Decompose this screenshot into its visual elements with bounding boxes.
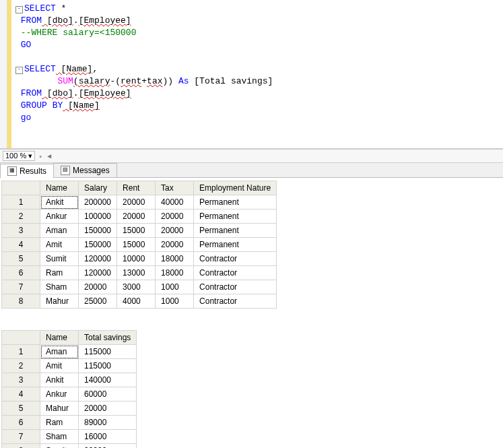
row-number[interactable]: 2	[2, 210, 40, 224]
cell[interactable]: 1000	[156, 294, 194, 309]
row-number[interactable]: 6	[2, 416, 40, 430]
sql-code[interactable]: -SELECT * FROM [dbo].[Employee] --WHERE …	[11, 0, 277, 148]
cell[interactable]: 115000	[79, 359, 137, 373]
tab-messages[interactable]: ▤ Messages	[53, 163, 117, 177]
cell[interactable]: 40000	[156, 195, 194, 210]
col-name[interactable]: Name	[40, 181, 79, 195]
cell[interactable]: 200000	[79, 195, 117, 210]
cell[interactable]: 115000	[79, 345, 137, 359]
cell[interactable]: 15000	[117, 238, 156, 252]
cell[interactable]: Ankit	[40, 373, 79, 387]
col-salary[interactable]: Salary	[79, 181, 117, 195]
tab-results[interactable]: ▦ Results	[0, 164, 54, 178]
cell[interactable]: 140000	[79, 373, 137, 387]
cell[interactable]: Contractor	[194, 280, 277, 294]
table-row[interactable]: 1Ankit2000002000040000Permanent	[2, 195, 277, 210]
cell[interactable]: 18000	[156, 252, 194, 266]
col-tax[interactable]: Tax	[156, 181, 194, 195]
col-employment-nature[interactable]: Employment Nature	[194, 181, 277, 195]
cell[interactable]: 20000	[79, 280, 117, 294]
cell[interactable]: Ankur	[40, 210, 79, 224]
cell[interactable]: Ankur	[40, 387, 79, 402]
row-number[interactable]: 8	[2, 294, 40, 309]
cell[interactable]: Permanent	[194, 238, 277, 252]
row-number[interactable]: 4	[2, 387, 40, 402]
table-row[interactable]: 7Sham16000	[2, 430, 137, 444]
cell[interactable]: Contractor	[194, 252, 277, 266]
cell[interactable]: 150000	[79, 238, 117, 252]
cell[interactable]: Amit	[40, 359, 79, 373]
collapse-icon[interactable]: -	[15, 6, 23, 13]
table-row[interactable]: 4Ankur60000	[2, 387, 137, 402]
table-row[interactable]: 8Mahur2500040001000Contractor	[2, 294, 277, 309]
table-row[interactable]: 1Aman115000	[2, 345, 137, 359]
table-row[interactable]: 5Sumit1200001000018000Contractor	[2, 252, 277, 266]
collapse-icon[interactable]: -	[15, 67, 23, 74]
row-number[interactable]: 3	[2, 373, 40, 387]
col-total-savings[interactable]: Total savings	[79, 331, 137, 345]
row-number[interactable]: 1	[2, 345, 40, 359]
cell[interactable]: Ram	[40, 266, 79, 280]
cell[interactable]: Permanent	[194, 210, 277, 224]
cell[interactable]: 25000	[79, 294, 117, 309]
row-number[interactable]: 7	[2, 430, 40, 444]
row-number[interactable]: 7	[2, 280, 40, 294]
sql-editor-pane[interactable]: -SELECT * FROM [dbo].[Employee] --WHERE …	[0, 0, 503, 149]
cell[interactable]: 4000	[117, 294, 156, 309]
cell[interactable]: 20000	[117, 210, 156, 224]
row-number[interactable]: 3	[2, 224, 40, 238]
cell[interactable]: 20000	[117, 195, 156, 210]
cell[interactable]: Sumit	[40, 252, 79, 266]
table-row[interactable]: 6Ram89000	[2, 416, 137, 430]
cell[interactable]: Aman	[40, 345, 79, 359]
cell[interactable]: 120000	[79, 252, 117, 266]
row-number[interactable]: 4	[2, 238, 40, 252]
cell[interactable]: 20000	[79, 402, 137, 416]
col-rownum[interactable]	[2, 331, 40, 345]
cell[interactable]: 89000	[79, 416, 137, 430]
cell[interactable]: Sumit	[40, 444, 79, 449]
table-row[interactable]: 5Mahur20000	[2, 402, 137, 416]
table-row[interactable]: 3Aman1500001500020000Permanent	[2, 224, 277, 238]
row-number[interactable]: 8	[2, 444, 40, 449]
cell[interactable]: Aman	[40, 224, 79, 238]
cell[interactable]: Mahur	[40, 294, 79, 309]
cell[interactable]: 1000	[156, 280, 194, 294]
row-number[interactable]: 1	[2, 195, 40, 210]
cell[interactable]: 100000	[79, 210, 117, 224]
row-number[interactable]: 5	[2, 252, 40, 266]
table-row[interactable]: 7Sham2000030001000Contractor	[2, 280, 277, 294]
cell[interactable]: 150000	[79, 224, 117, 238]
cell[interactable]: Sham	[40, 280, 79, 294]
cell[interactable]: Permanent	[194, 224, 277, 238]
cell[interactable]: 20000	[156, 210, 194, 224]
table-row[interactable]: 2Ankur1000002000020000Permanent	[2, 210, 277, 224]
cell[interactable]: 10000	[117, 252, 156, 266]
cell[interactable]: 18000	[156, 266, 194, 280]
cell[interactable]: Contractor	[194, 266, 277, 280]
row-number[interactable]: 5	[2, 402, 40, 416]
cell[interactable]: 3000	[117, 280, 156, 294]
table-row[interactable]: 4Amit1500001500020000Permanent	[2, 238, 277, 252]
cell[interactable]: Ram	[40, 416, 79, 430]
cell[interactable]: Ankit	[40, 195, 79, 210]
row-number[interactable]: 2	[2, 359, 40, 373]
col-rent[interactable]: Rent	[117, 181, 156, 195]
table-row[interactable]: 2Amit115000	[2, 359, 137, 373]
row-number[interactable]: 6	[2, 266, 40, 280]
cell[interactable]: Contractor	[194, 294, 277, 309]
zoom-dropdown[interactable]: 100 % ▾	[3, 151, 35, 161]
table-row[interactable]: 6Ram1200001300018000Contractor	[2, 266, 277, 280]
scroll-left-icon[interactable]: ◄	[46, 152, 53, 160]
col-name[interactable]: Name	[40, 331, 79, 345]
cell[interactable]: 92000	[79, 444, 137, 449]
cell[interactable]: Mahur	[40, 402, 79, 416]
col-rownum[interactable]	[2, 181, 40, 195]
cell[interactable]: Sham	[40, 430, 79, 444]
cell[interactable]: 20000	[156, 238, 194, 252]
cell[interactable]: 120000	[79, 266, 117, 280]
cell[interactable]: 13000	[117, 266, 156, 280]
table-row[interactable]: 8Sumit92000	[2, 444, 137, 449]
cell[interactable]: Permanent	[194, 195, 277, 210]
cell[interactable]: 16000	[79, 430, 137, 444]
